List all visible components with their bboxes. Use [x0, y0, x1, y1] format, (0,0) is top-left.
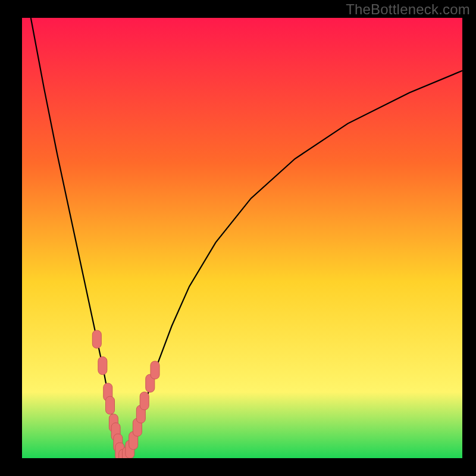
curve-marker — [140, 392, 149, 410]
watermark-text: TheBottleneck.com — [346, 1, 470, 18]
curve-marker — [98, 357, 107, 375]
curve-marker — [151, 361, 159, 379]
curve-marker — [106, 396, 115, 414]
plot-background — [22, 18, 462, 458]
bottleneck-chart — [0, 0, 476, 476]
chart-stage: TheBottleneck.com — [0, 0, 476, 476]
curve-marker — [92, 330, 101, 348]
